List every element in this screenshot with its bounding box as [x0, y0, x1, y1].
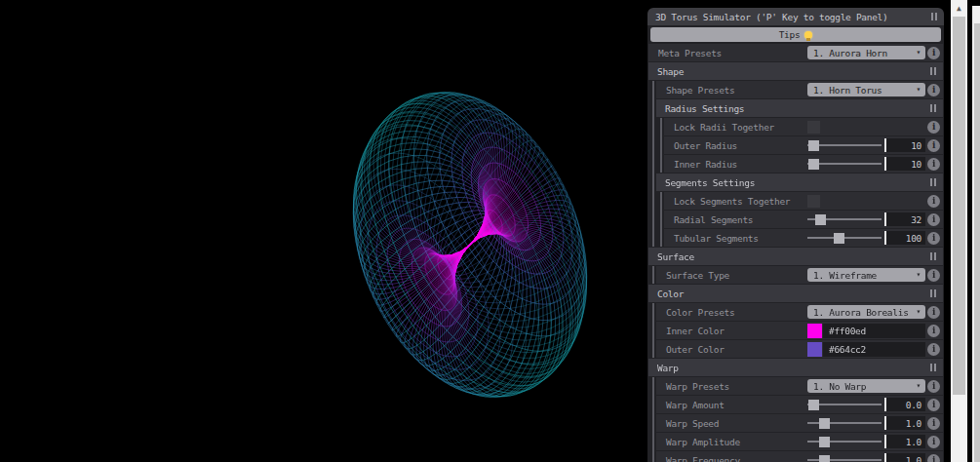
tubular-segments-slider-handle[interactable]: [834, 233, 844, 244]
folder-segments-settings-header[interactable]: Segments Settings: [656, 173, 943, 191]
warp-amount-slider-handle[interactable]: [808, 400, 819, 410]
warp-amount-control: 0.0: [807, 396, 925, 413]
warp-speed-slider-track[interactable]: [807, 416, 882, 430]
warp-amplitude-info-button[interactable]: i: [927, 436, 940, 448]
chevron-down-icon: ▾: [916, 85, 921, 94]
row-label: Surface Type: [656, 270, 729, 281]
page-scrollbar-thumb[interactable]: [974, 23, 980, 462]
radial-segments-info-button[interactable]: i: [927, 213, 940, 226]
warp-presets-control: 1. No Warp▾: [807, 377, 925, 395]
scroll-up-arrow-icon: ▲: [957, 4, 961, 13]
outer-color-swatch[interactable]: [807, 342, 822, 357]
outer-color-info-button[interactable]: i: [927, 343, 940, 356]
radial-segments-slider-track[interactable]: [807, 212, 882, 226]
row-label: Warp Speed: [656, 418, 719, 429]
color-presets-info-button[interactable]: i: [927, 306, 940, 319]
outer-color-hex-input[interactable]: #664cc2: [823, 342, 925, 357]
outer-radius-value[interactable]: 10: [884, 138, 925, 152]
warp-frequency-info-button[interactable]: i: [927, 454, 940, 462]
warp-frequency-slider-track[interactable]: [807, 453, 882, 462]
folder-segments-settings-children: Lock Segments TogetheriRadial Segments32…: [660, 192, 944, 247]
folder-radius-settings-header[interactable]: Radius Settings: [656, 99, 943, 117]
warp-amplitude-value[interactable]: 1.0: [884, 435, 925, 448]
outer-radius-info-button[interactable]: i: [927, 139, 940, 152]
warp-frequency-slider-handle[interactable]: [819, 455, 830, 462]
inner-color-control: #ff00ed: [807, 322, 925, 339]
color-presets-select[interactable]: 1. Aurora Borealis▾: [807, 305, 925, 319]
scroll-up-button[interactable]: ▲: [951, 0, 967, 17]
lock-segments-together-checkbox[interactable]: [807, 195, 820, 208]
meta-presets-info-button[interactable]: i: [927, 47, 940, 59]
row-label: Warp Amount: [656, 400, 725, 410]
folder-surface-title: Surface: [648, 251, 694, 262]
folder-surface-header[interactable]: Surface: [648, 248, 943, 265]
warp-amount-slider-track[interactable]: [807, 398, 882, 411]
outer-radius-slider-handle[interactable]: [808, 140, 819, 151]
surface-type-selected-value: 1. Wireframe: [813, 270, 877, 281]
folder-color-children: Color Presets1. Aurora Borealis▾iInner C…: [652, 303, 944, 358]
inner-radius-slider-track[interactable]: [807, 157, 882, 171]
shape-presets-select[interactable]: 1. Horn Torus▾: [807, 83, 925, 96]
tubular-segments-slider-track[interactable]: [807, 231, 882, 245]
tubular-segments-control: 100: [807, 229, 925, 247]
inner-color-hex-input[interactable]: #ff00ed: [823, 324, 925, 338]
chevron-down-icon: ▾: [916, 381, 921, 390]
outer-radius-slider-track[interactable]: [807, 138, 882, 152]
page-scrollbar[interactable]: [972, 6, 980, 462]
warp-presets-info-button[interactable]: i: [927, 380, 940, 393]
folder-color-header[interactable]: Color: [648, 285, 943, 302]
lock-radii-together-checkbox[interactable]: [807, 121, 820, 134]
row-label: Inner Radius: [664, 159, 737, 170]
panel-scrollbar[interactable]: ▲: [951, 0, 967, 462]
warp-presets-select[interactable]: 1. No Warp▾: [807, 379, 925, 393]
warp-speed-slider-handle[interactable]: [819, 418, 830, 429]
collapse-icon: [930, 252, 936, 260]
row-tubular-segments: Tubular Segments100i: [664, 229, 943, 247]
warp-speed-value[interactable]: 1.0: [884, 416, 925, 430]
tubular-segments-value[interactable]: 100: [884, 231, 925, 245]
lock-radii-together-info-button[interactable]: i: [927, 121, 940, 134]
folder-shape-header[interactable]: Shape: [648, 62, 943, 80]
inner-radius-info-button[interactable]: i: [927, 158, 940, 171]
row-shape-presets: Shape Presets1. Horn Torus▾i: [656, 81, 943, 98]
lock-segments-together-info-button[interactable]: i: [927, 195, 940, 208]
warp-amount-info-button[interactable]: i: [927, 399, 940, 411]
radial-segments-value[interactable]: 32: [884, 212, 925, 226]
row-warp-amount: Warp Amount0.0i: [656, 396, 943, 413]
tips-button[interactable]: Tips: [650, 27, 941, 42]
folder-segments-settings-title: Segments Settings: [656, 177, 755, 188]
radial-segments-slider-handle[interactable]: [815, 214, 826, 225]
folder-warp-header[interactable]: Warp: [648, 359, 943, 376]
settings-panel: 3D Torus Simulator ('P' Key to toggle Pa…: [647, 8, 944, 462]
warp-amount-value[interactable]: 0.0: [884, 398, 925, 411]
inner-color-info-button[interactable]: i: [927, 325, 940, 337]
row-label: Warp Frequency: [656, 455, 740, 462]
panel-titlebar[interactable]: 3D Torus Simulator ('P' Key to toggle Pa…: [647, 8, 944, 25]
collapse-icon: [930, 364, 936, 371]
inner-radius-slider-handle[interactable]: [808, 159, 819, 170]
surface-type-select[interactable]: 1. Wireframe▾: [807, 268, 925, 282]
row-color-presets: Color Presets1. Aurora Borealis▾i: [656, 303, 943, 321]
warp-frequency-control: 1.0: [807, 451, 925, 462]
folder-warp-title: Warp: [648, 363, 679, 373]
row-surface-type: Surface Type1. Wireframe▾i: [656, 266, 943, 284]
collapse-icon: [930, 67, 936, 75]
row-inner-color: Inner Color#ff00edi: [656, 322, 943, 339]
shape-presets-info-button[interactable]: i: [927, 84, 940, 96]
warp-speed-info-button[interactable]: i: [927, 417, 940, 430]
folder-radius-settings-children: Lock Radii TogetheriOuter Radius10iInner…: [660, 118, 944, 173]
folder-warp-children: Warp Presets1. No Warp▾iWarp Amount0.0iW…: [652, 377, 944, 462]
tubular-segments-info-button[interactable]: i: [927, 232, 940, 245]
warp-amplitude-slider-handle[interactable]: [819, 437, 830, 447]
panel-scrollbar-thumb[interactable]: [953, 17, 965, 395]
panel-title: 3D Torus Simulator ('P' Key to toggle Pa…: [655, 12, 887, 22]
inner-color-swatch[interactable]: [807, 324, 822, 338]
shape-presets-control: 1. Horn Torus▾: [807, 81, 925, 98]
surface-type-info-button[interactable]: i: [927, 269, 940, 282]
meta-presets-select[interactable]: 1. Aurora Horn▾: [807, 46, 925, 59]
inner-radius-value[interactable]: 10: [884, 157, 925, 171]
folder-shape-children: Shape Presets1. Horn Torus▾iRadius Setti…: [652, 81, 944, 247]
warp-frequency-value[interactable]: 1.0: [884, 453, 925, 462]
warp-amplitude-slider-track[interactable]: [807, 435, 882, 448]
collapse-icon: [930, 178, 936, 186]
